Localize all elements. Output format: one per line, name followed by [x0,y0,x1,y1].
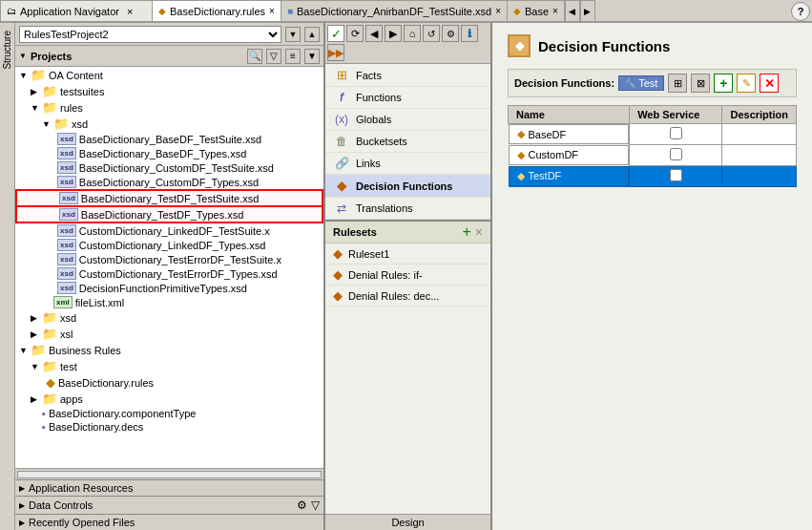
br-expander[interactable]: ▼ [19,346,31,355]
tree-item-decs[interactable]: ▪ BaseDictionary.decs [15,420,323,434]
data-controls-section[interactable]: ▶ Data Controls ⚙ ▽ [15,496,323,514]
list-item[interactable]: xsd CustomDictionary_TestErrorDF_Types.x… [15,266,323,281]
list-item[interactable]: xsd CustomDictionary_LinkedDF_TestSuite.… [15,223,323,238]
tree-item-test[interactable]: ▼ 📁 test [15,358,323,374]
tree-item-rules[interactable]: ▼ 📁 rules [15,99,323,116]
test-expander[interactable]: ▼ [31,362,42,371]
df-icon-btn-2[interactable]: ⊠ [691,74,710,93]
project-dropdown[interactable]: RulesTestProject2 [19,26,281,43]
tab-base[interactable]: ◆ Base × [508,0,565,21]
folder-icon: 📁 [31,68,46,82]
home-btn[interactable]: ⌂ [404,25,421,42]
list-item[interactable]: xsd BaseDictionary_CustomDF_Types.xsd [15,175,323,189]
run-btn[interactable]: ▶▶ [327,44,344,61]
ws-checkbox-1[interactable] [670,148,682,160]
list-item[interactable]: xsd BaseDictionary_BaseDF_TestSuite.xsd [15,132,323,146]
oa-expander[interactable]: ▼ [19,71,31,80]
nav-translations[interactable]: ⇄ Translations [325,198,490,220]
tab-close-base[interactable]: × [552,6,558,16]
back-btn[interactable]: ◀ [365,25,383,42]
validate-btn[interactable]: ✓ [327,25,344,42]
testsuites-expander[interactable]: ▶ [31,87,42,96]
nav-globals[interactable]: (x) Globals [325,109,490,131]
tab-close-anirban[interactable]: × [495,6,501,16]
recently-opened-section[interactable]: ▶ Recently Opened Files [15,514,323,530]
ruleset-item-2[interactable]: ◆ Denial Rules: if- [325,265,490,286]
list-item[interactable]: xsd CustomDictionary_TestErrorDF_TestSui… [15,252,323,266]
structure-tab[interactable]: Structure [0,23,15,530]
list-item[interactable]: xml fileList.xml [15,295,323,309]
df-delete-btn[interactable]: ✕ [760,74,779,93]
xsd2-expander[interactable]: ▶ [31,313,42,323]
row-ws-cell[interactable] [630,124,722,145]
collapse-btn[interactable]: ▲ [304,27,320,42]
app-navigator-close[interactable]: × [127,6,133,17]
df-edit-btn[interactable]: ✎ [737,74,756,93]
refresh-btn[interactable]: ⟳ [346,25,364,42]
data-controls-icon1[interactable]: ⚙ [297,498,307,512]
table-row-selected[interactable]: ◆ TestDF [509,166,797,187]
ws-checkbox-2[interactable] [670,169,682,181]
app-resources-section[interactable]: ▶ Application Resources [15,479,323,496]
tree-item-base-rules[interactable]: ◆ BaseDictionary.rules [15,374,323,391]
tree-item-xsd2[interactable]: ▶ 📁 xsd [15,309,323,326]
proj-search-btn[interactable]: 🔍 [247,49,262,64]
tree-item-testsuites[interactable]: ▶ 📁 testsuites [15,83,323,99]
test-badge[interactable]: 🔧 Test [618,75,664,91]
refresh2-btn[interactable]: ↺ [423,25,440,42]
list-item-highlighted-1[interactable]: xsd BaseDictionary_TestDF_TestSuite.xsd [15,189,323,207]
nav-decision-functions[interactable]: ◆ Decision Functions [325,175,490,198]
tree-item-xsl[interactable]: ▶ 📁 xsl [15,326,323,342]
row-ws-cell-selected[interactable] [630,166,722,187]
rulesets-add-btn[interactable]: + [462,224,470,240]
list-item[interactable]: xsd BaseDictionary_CustomDF_TestSuite.xs… [15,160,323,175]
df-title-row: ◆ Decision Functions [508,34,797,57]
xsl-expander[interactable]: ▶ [31,329,42,339]
ws-checkbox-0[interactable] [670,127,682,139]
h-scrollbar[interactable] [15,468,323,479]
tab-close-rules[interactable]: × [269,6,275,16]
ruleset-item-3[interactable]: ◆ Denial Rules: dec... [325,286,490,307]
table-row[interactable]: ◆ CustomDF [509,145,797,166]
help-btn[interactable]: ? [791,2,810,21]
design-tab[interactable]: Design [325,514,490,530]
list-item[interactable]: xsd BaseDictionary_BaseDF_Types.xsd [15,146,323,160]
ruleset-item-1[interactable]: ◆ Ruleset1 [325,244,490,265]
df-add-btn[interactable]: + [714,74,733,93]
nav-next-btn[interactable]: ▶ [580,0,595,21]
df-icon-btn-1[interactable]: ⊞ [668,74,687,93]
list-item-highlighted-2[interactable]: xsd BaseDictionary_TestDF_Types.xsd [15,207,323,223]
expand-btn[interactable]: ▼ [285,27,301,42]
nav-prev-btn[interactable]: ◀ [565,0,580,21]
nav-functions[interactable]: f Functions [325,87,490,109]
tab-base-dictionary-rules[interactable]: ◆ BaseDictionary.rules × [153,0,281,21]
nav-facts[interactable]: ⊞ Facts [325,64,490,87]
proj-filter-btn[interactable]: ▽ [266,49,281,64]
tree-item-xsd-folder[interactable]: ▼ 📁 xsd [15,116,323,132]
tree-item-component[interactable]: ▪ BaseDictionary.componentType [15,407,323,420]
settings-btn[interactable]: ⚙ [442,25,459,42]
list-item[interactable]: xsd DecisionFunctionPrimitiveTypes.xsd [15,281,323,295]
proj-menu-btn[interactable]: ▼ [304,49,320,64]
forward-btn[interactable]: ▶ [385,25,402,42]
tree-item-business-rules[interactable]: ▼ 📁 Business Rules [15,342,323,358]
projects-section-header[interactable]: ▼ Projects 🔍 ▽ ≡ ▼ [15,46,323,67]
row-name-cell: ◆ CustomDF [509,145,630,165]
nav-bucketsets[interactable]: 🗑 Bucketsets [325,131,490,153]
app-navigator-tab[interactable]: 🗂 Application Navigator × [0,0,153,21]
data-controls-icon2[interactable]: ▽ [311,498,320,512]
nav-links[interactable]: 🔗 Links [325,153,490,175]
info-btn[interactable]: ℹ [461,25,478,42]
tree-item-apps[interactable]: ▶ 📁 apps [15,391,323,407]
xsd-expander[interactable]: ▼ [42,119,53,129]
translations-label: Translations [356,202,413,214]
proj-view-btn[interactable]: ≡ [285,49,301,64]
tab-anirbandf-testsuit[interactable]: ■ BaseDictionary_AnirbanDF_TestSuite.xsd… [281,0,508,21]
list-item[interactable]: xsd CustomDictionary_LinkedDF_Types.xsd [15,238,323,252]
row-ws-cell[interactable] [630,145,722,166]
apps-expander[interactable]: ▶ [31,394,42,404]
tree-item-oa-content[interactable]: ▼ 📁 OA Content [15,67,323,83]
table-row[interactable]: ◆ BaseDF [509,124,797,145]
rulesets-del-btn[interactable]: × [475,225,483,239]
rules-expander[interactable]: ▼ [31,103,42,113]
